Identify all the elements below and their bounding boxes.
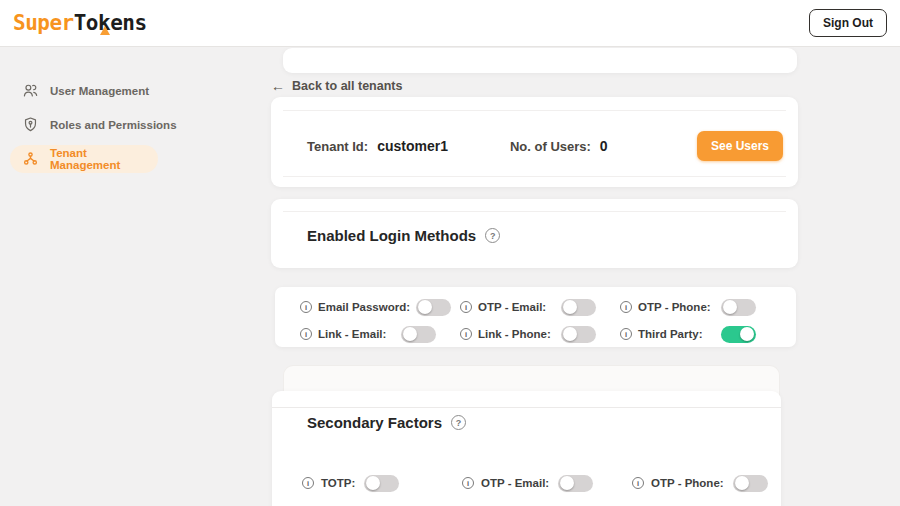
login-methods-header-card: Enabled Login Methods ? [271,199,798,268]
sidebar-item-label: Tenant Management [50,147,146,171]
toggle-item-link-phone: i Link - Phone: [460,324,596,344]
info-icon[interactable]: i [632,477,644,489]
supertokens-logo: SuperTokens [13,11,147,35]
toggle-label: OTP - Phone: [638,301,711,313]
back-to-all-tenants-link[interactable]: ← Back to all tenants [271,78,402,94]
toggle-knob [366,476,380,490]
info-icon[interactable]: i [620,301,632,313]
toggle-item-email-password: i Email Password: [300,297,436,317]
toggle-item-secondary-otp-phone: i OTP - Phone: [632,473,771,493]
info-icon[interactable]: i [300,301,312,313]
otp-phone-toggle[interactable] [721,299,756,316]
secondary-otp-phone-toggle[interactable] [733,475,768,492]
tenant-id-label: Tenant Id: [307,139,368,154]
logo-text-tokens: Tokens [74,11,147,35]
back-link-label: Back to all tenants [292,79,402,93]
sidebar-item-tenant-management[interactable]: Tenant Management [10,145,158,173]
info-icon[interactable]: i [300,328,312,340]
tenant-id-value: customer1 [377,138,448,154]
help-icon[interactable]: ? [485,228,500,243]
users-icon [22,82,39,101]
user-count-field: No. of Users: 0 [510,138,608,154]
toggle-item-otp-email: i OTP - Email: [460,297,596,317]
toggle-label: Third Party: [638,328,703,340]
secondary-factors-title-row: Secondary Factors ? [272,391,781,431]
link-email-toggle[interactable] [401,326,436,343]
sidebar-item-label: Roles and Permissions [50,119,177,131]
third-party-toggle[interactable] [721,326,756,343]
secondary-factors-card: Secondary Factors ? i TOTP: i OTP - Emai… [272,391,781,506]
secondary-factors-toggle-row: i TOTP: i OTP - Email: i OTP - Phone: [302,473,771,493]
toggle-item-link-email: i Link - Email: [300,324,436,344]
see-users-button[interactable]: See Users [697,131,783,161]
sidebar-item-label: User Management [50,85,149,97]
logo-triangle-icon [100,26,110,35]
user-count-label: No. of Users: [510,139,591,154]
info-icon[interactable]: i [302,477,314,489]
toggle-knob [418,300,432,314]
info-icon[interactable]: i [460,328,472,340]
secondary-otp-email-toggle[interactable] [558,475,593,492]
toggle-knob [560,476,574,490]
sitemap-icon [22,150,39,169]
tenant-info-card: Tenant Id: customer1 No. of Users: 0 See… [271,97,798,187]
main-content: ← Back to all tenants Tenant Id: custome… [250,47,900,506]
toggle-knob [563,300,577,314]
link-phone-toggle[interactable] [561,326,596,343]
toggle-label: OTP - Email: [478,301,546,313]
toggle-knob [563,327,577,341]
toggle-item-totp: i TOTP: [302,473,462,493]
email-password-toggle[interactable] [416,299,451,316]
login-methods-toggles-card: i Email Password: i OTP - Email: i OTP -… [275,287,796,347]
help-icon[interactable]: ? [451,415,466,430]
logo-text-super: Super [13,11,74,35]
user-count-value: 0 [600,138,608,154]
toggle-label: Link - Email: [318,328,386,340]
toggle-label: OTP - Email: [481,477,549,489]
sign-out-button[interactable]: Sign Out [809,9,887,37]
toggle-label: Link - Phone: [478,328,551,340]
login-methods-title-row: Enabled Login Methods ? [271,199,798,268]
totp-toggle[interactable] [364,475,399,492]
toggle-label: Email Password: [318,301,410,313]
toggle-item-third-party: i Third Party: [620,324,756,344]
info-icon[interactable]: i [460,301,472,313]
toggle-label: TOTP: [321,477,355,489]
toggle-knob [735,476,749,490]
scrolled-card-strip [283,48,797,73]
sidebar: User Management Roles and Permissions [0,47,250,506]
info-icon[interactable]: i [620,328,632,340]
app-window: SuperTokens Sign Out User Management [0,0,900,506]
otp-email-toggle[interactable] [561,299,596,316]
login-methods-toggle-grid: i Email Password: i OTP - Email: i OTP -… [275,287,796,344]
toggle-item-secondary-otp-email: i OTP - Email: [462,473,632,493]
tenant-id-field: Tenant Id: customer1 [307,138,448,154]
sidebar-item-user-management[interactable]: User Management [10,77,240,105]
toggle-knob [403,327,417,341]
back-arrow-icon: ← [271,78,285,94]
toggle-knob [723,300,737,314]
toggle-item-otp-phone: i OTP - Phone: [620,297,756,317]
shield-key-icon [22,116,39,135]
app-header: SuperTokens Sign Out [0,0,900,47]
tenant-info-row: Tenant Id: customer1 No. of Users: 0 See… [271,97,798,187]
secondary-factors-title: Secondary Factors [307,414,442,431]
toggle-label: OTP - Phone: [651,477,724,489]
sidebar-item-roles-permissions[interactable]: Roles and Permissions [10,111,240,139]
toggle-knob [740,327,754,341]
login-methods-title: Enabled Login Methods [307,227,476,244]
info-icon[interactable]: i [462,477,474,489]
